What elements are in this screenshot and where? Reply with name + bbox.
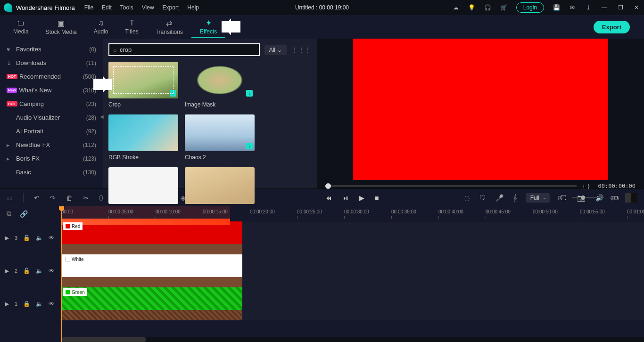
effect-chaos-2[interactable]: ↓Chaos 2 [185, 114, 255, 161]
menu-view[interactable]: View [142, 4, 154, 11]
effect-item[interactable] [185, 167, 255, 204]
zoom-out-icon[interactable]: ⊖ [557, 194, 563, 202]
download-icon[interactable]: ⤓ [585, 4, 592, 11]
mute-icon[interactable]: 🔈 [36, 268, 43, 274]
playhead[interactable] [61, 206, 62, 342]
tab-stock-media[interactable]: ▣Stock Media [37, 17, 85, 37]
sidebar-newblue[interactable]: ▸NewBlue FX(112) [0, 138, 103, 152]
window-restore-icon[interactable]: ❐ [617, 4, 624, 11]
split-icon[interactable]: ✂ [83, 194, 89, 202]
window-minimize-icon[interactable]: — [601, 4, 608, 11]
sidebar-ai-portrait[interactable]: AI Portrait(92) [0, 124, 103, 138]
mic-icon[interactable]: 🎤 [495, 194, 504, 202]
effect-thumb: ↓ [108, 62, 178, 98]
toolbar-preferences-icon[interactable]: ⚏ [7, 194, 13, 202]
sidebar-audio-visualizer[interactable]: Audio Visualizer(28) [0, 111, 103, 124]
sidebar-recommended[interactable]: HOTRecommended(500) [0, 70, 103, 83]
export-button[interactable]: Export [594, 21, 630, 33]
preview-quality-dropdown[interactable]: Full [526, 193, 550, 203]
marker-icon[interactable]: 🛡 [479, 194, 486, 202]
download-chip-icon[interactable]: ↓ [246, 90, 253, 97]
tab-transitions[interactable]: ⇄Transitions [147, 17, 191, 37]
tutorial-arrow-effects [222, 21, 240, 33]
sidebar-audiovis-count: (28) [86, 114, 96, 121]
prev-frame-icon[interactable]: ⏮ [325, 194, 332, 202]
undo-icon[interactable]: ↶ [34, 194, 40, 202]
effect-item[interactable] [108, 167, 178, 204]
audio-mixer-icon[interactable]: 𝄞 [513, 194, 517, 202]
headset-icon[interactable]: 🎧 [484, 4, 492, 11]
window-close-icon[interactable]: ✕ [633, 4, 640, 11]
track-head-1[interactable]: ▶1🔒🔈👁 [0, 287, 61, 320]
visibility-icon[interactable]: 👁 [49, 268, 54, 274]
layout-toggle[interactable] [625, 193, 637, 203]
effect-image-mask[interactable]: ↓Image Mask [185, 62, 255, 108]
tab-media[interactable]: 🗀Media [5, 17, 37, 37]
sidebar-basic[interactable]: Basic(130) [0, 165, 103, 179]
download-chip-icon[interactable]: ↓ [246, 143, 253, 149]
sidebar-collapse-icon[interactable]: ◀ [100, 114, 104, 119]
save-icon[interactable]: 💾 [553, 4, 560, 11]
cart-icon[interactable]: 🛒 [500, 4, 508, 11]
video-track-icon: ▶ [5, 235, 9, 241]
track-head-2[interactable]: ▶2🔓🔈👁 [0, 254, 61, 287]
clip-green[interactable]: Green [61, 287, 242, 320]
sidebar-boris[interactable]: ▸Boris FX(123) [0, 152, 103, 165]
sidebar-whatsnew[interactable]: NewWhat's New(310) [0, 83, 103, 97]
stop-icon[interactable]: ■ [375, 194, 379, 202]
track-head-3[interactable]: ▶3🔓🔈👁 [0, 221, 61, 254]
lock-icon[interactable]: 🔓 [23, 268, 30, 274]
effect-rgb-stroke[interactable]: RGB Stroke [108, 114, 178, 161]
copy-icon[interactable]: ⧉ [7, 210, 11, 218]
mark-out-button[interactable]: } [588, 183, 593, 189]
tab-titles[interactable]: TTitles [116, 17, 147, 37]
scrubber-thumb[interactable] [325, 183, 331, 189]
tab-audio[interactable]: ♫Audio [85, 17, 117, 37]
visibility-icon[interactable]: 👁 [49, 235, 54, 241]
sidebar-camping[interactable]: HOTCamping(23) [0, 97, 103, 111]
timeline-scrollbar[interactable] [61, 337, 644, 342]
auto-reframe-icon[interactable]: ◌ [464, 194, 470, 202]
menu-edit[interactable]: Edit [102, 4, 112, 11]
menu-help[interactable]: Help [187, 4, 199, 11]
clip-white[interactable]: White [61, 254, 242, 287]
cloud-icon[interactable]: ☁ [452, 4, 460, 11]
visibility-icon[interactable]: 👁 [49, 301, 54, 307]
delete-icon[interactable]: 🗑 [66, 194, 73, 202]
video-track-icon: ▶ [5, 268, 9, 274]
effects-search-input[interactable]: ⌕crop [108, 43, 260, 56]
link-icon[interactable]: 🔗 [20, 210, 28, 218]
bulb-icon[interactable]: 💡 [468, 4, 476, 11]
effects-filter-dropdown[interactable]: All⌄ [264, 45, 287, 55]
grid-view-icon[interactable]: ⋮⋮⋮ [291, 46, 311, 54]
menu-export[interactable]: Export [163, 4, 179, 11]
selection-marker[interactable] [61, 219, 230, 225]
lock-icon[interactable]: 🔒 [23, 301, 30, 307]
redo-icon[interactable]: ↷ [50, 194, 56, 202]
mail-icon[interactable]: ✉ [569, 4, 576, 11]
clip-label: Green [72, 290, 85, 295]
login-button[interactable]: Login [516, 2, 544, 13]
hot-badge: HOT [7, 101, 17, 106]
mute-icon[interactable]: 🔈 [36, 301, 43, 307]
mute-icon[interactable]: 🔈 [36, 235, 43, 241]
zoom-slider[interactable] [572, 197, 601, 198]
clip-red[interactable]: Red [61, 221, 242, 254]
tag-icon[interactable]: ⬯ [99, 194, 103, 202]
sidebar-favorites[interactable]: ♥Favorites(0) [0, 42, 103, 56]
zoom-in-icon[interactable]: ⊕ [610, 194, 616, 202]
play-icon[interactable]: ▶ [359, 194, 364, 202]
sidebar-downloads[interactable]: ⤓Downloads(11) [0, 56, 103, 70]
new-badge: New [7, 88, 17, 93]
menu-file[interactable]: File [84, 4, 93, 11]
lock-icon[interactable]: 🔓 [23, 235, 30, 241]
preview-scrubber[interactable] [325, 185, 577, 187]
play-pause-icon[interactable]: ⏯ [342, 194, 349, 202]
preview-canvas[interactable] [353, 39, 608, 180]
mark-in-button[interactable]: { [583, 183, 587, 189]
scrollbar-thumb[interactable] [61, 337, 146, 342]
menu-tools[interactable]: Tools [120, 4, 133, 11]
download-chip-icon[interactable]: ↓ [170, 90, 176, 97]
effects-panel: ◀ ⌕crop All⌄ ⋮⋮⋮ ↓Crop ↓Image Mask RGB S… [103, 39, 317, 188]
effect-crop[interactable]: ↓Crop [108, 62, 178, 108]
